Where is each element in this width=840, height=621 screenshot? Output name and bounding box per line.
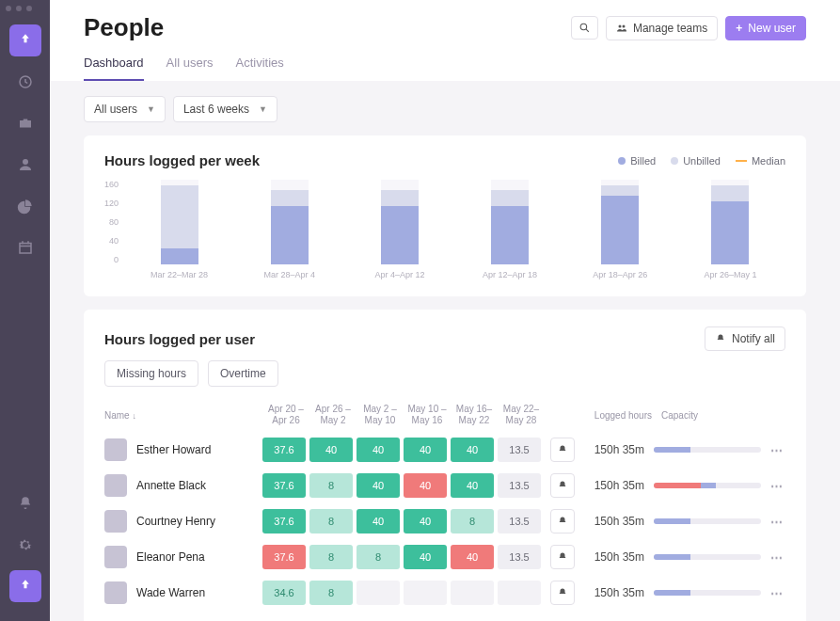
- chevron-down-icon: ▼: [147, 104, 155, 114]
- avatar: [104, 546, 127, 568]
- avatar: [104, 438, 127, 461]
- hours-cell: 37.6: [262, 438, 306, 462]
- hours-cell: 13.5: [498, 509, 541, 533]
- col-week: May 16–May 22: [451, 404, 498, 426]
- logo-upload-icon[interactable]: [9, 570, 41, 602]
- avatar: [104, 510, 127, 533]
- per-user-card: Hours logged per user Notify all Missing…: [84, 310, 806, 621]
- hours-cell: 13.5: [498, 473, 541, 498]
- chart-card: Hours logged per week Billed Unbilled Me…: [84, 135, 806, 296]
- hours-cell: 40: [357, 473, 400, 498]
- user-row: Annette Black37.6840404013.5150h 35m⋯: [104, 468, 785, 503]
- search-button[interactable]: [571, 16, 598, 40]
- hours-cell: 40: [404, 438, 447, 462]
- capacity-bar: [654, 554, 761, 560]
- hours-cell: 8: [309, 473, 353, 498]
- hours-cell: 8: [309, 509, 353, 533]
- main-area: People Manage teams +New user DashboardA…: [50, 0, 840, 621]
- hours-cell: 40: [404, 545, 447, 569]
- page-header: People Manage teams +New user DashboardA…: [50, 0, 840, 81]
- capacity-bar: [654, 590, 761, 596]
- avatar: [104, 474, 127, 497]
- user-row: Esther Howard37.64040404013.5150h 35m⋯: [104, 432, 785, 468]
- overtime-tab[interactable]: Overtime: [208, 360, 278, 387]
- notify-user-button[interactable]: [550, 473, 575, 498]
- hours-cell: 40: [404, 509, 447, 533]
- gear-icon[interactable]: [9, 529, 41, 561]
- logged-hours: 150h 35m: [575, 550, 654, 564]
- row-more-button[interactable]: ⋯: [769, 586, 785, 600]
- hours-cell: [357, 581, 400, 605]
- date-range-filter[interactable]: Last 6 weeks▼: [173, 96, 277, 122]
- user-row: Eleanor Pena37.688404013.5150h 35m⋯: [104, 539, 785, 575]
- pie-chart-icon[interactable]: [9, 190, 41, 222]
- manage-teams-button[interactable]: Manage teams: [606, 16, 718, 40]
- notify-user-button[interactable]: [550, 438, 575, 462]
- chart-legend: Billed Unbilled Median: [618, 155, 785, 167]
- hours-cell: 40: [309, 438, 353, 462]
- logo-upload-icon[interactable]: [9, 24, 41, 56]
- row-more-button[interactable]: ⋯: [769, 515, 785, 529]
- hours-cell: [498, 581, 541, 605]
- chevron-down-icon: ▼: [259, 104, 267, 114]
- col-week: May 10 –May 16: [404, 404, 451, 426]
- chart-bar: Mar 28–Apr 4: [234, 180, 344, 279]
- user-name: Esther Howard: [136, 443, 211, 456]
- new-user-button[interactable]: +New user: [725, 16, 806, 40]
- hours-cell: 8: [309, 581, 353, 605]
- svg-point-1: [23, 159, 28, 165]
- capacity-bar: [654, 483, 761, 488]
- row-more-button[interactable]: ⋯: [769, 479, 785, 493]
- user-name: Eleanor Pena: [136, 550, 205, 564]
- hours-cell: 40: [451, 438, 494, 462]
- chart-bar: Mar 22–Mar 28: [124, 180, 234, 279]
- logged-hours: 150h 35m: [575, 443, 654, 456]
- hours-cell: 40: [404, 473, 447, 498]
- bell-icon[interactable]: [9, 487, 41, 519]
- chart-bar: Apr 12–Apr 18: [455, 180, 565, 279]
- tab-activities[interactable]: Activities: [235, 56, 283, 81]
- hours-cell: 40: [451, 473, 494, 498]
- hours-cell: [404, 581, 447, 605]
- capacity-bar: [654, 518, 761, 524]
- chart-title: Hours logged per week: [104, 152, 260, 168]
- window-controls: [6, 6, 32, 11]
- missing-hours-tab[interactable]: Missing hours: [104, 360, 198, 387]
- col-logged: Logged hours: [582, 410, 661, 421]
- chart-bar: Apr 18–Apr 26: [565, 180, 675, 279]
- row-more-button[interactable]: ⋯: [769, 550, 785, 565]
- tab-all-users[interactable]: All users: [166, 56, 214, 81]
- notify-user-button[interactable]: [550, 509, 575, 533]
- clock-icon[interactable]: [9, 66, 41, 98]
- per-user-title: Hours logged per user: [104, 331, 255, 347]
- user-row: Courtney Henry37.684040813.5150h 35m⋯: [104, 503, 785, 539]
- hours-cell: 8: [451, 509, 494, 533]
- calendar-icon[interactable]: [9, 231, 41, 263]
- col-capacity: Capacity: [661, 410, 769, 421]
- col-week: May 2 –May 10: [357, 404, 404, 426]
- tab-dashboard[interactable]: Dashboard: [84, 56, 144, 81]
- logged-hours: 150h 35m: [575, 479, 654, 492]
- notify-user-button[interactable]: [550, 545, 575, 569]
- app-sidebar: [0, 0, 50, 621]
- user-filter[interactable]: All users▼: [84, 96, 166, 122]
- hours-cell: [451, 581, 494, 605]
- logged-hours: 150h 35m: [575, 586, 654, 599]
- row-more-button[interactable]: ⋯: [769, 443, 785, 457]
- notify-all-button[interactable]: Notify all: [705, 326, 785, 351]
- capacity-bar: [654, 447, 761, 453]
- hours-cell: 40: [357, 509, 400, 533]
- col-week: May 22–May 28: [498, 404, 545, 426]
- user-icon[interactable]: [9, 149, 41, 181]
- svg-point-3: [580, 24, 587, 30]
- chart-bar: Apr 26–May 1: [675, 180, 785, 279]
- hours-cell: 40: [451, 545, 494, 569]
- svg-point-5: [622, 24, 625, 27]
- logged-hours: 150h 35m: [575, 515, 654, 528]
- user-name: Wade Warren: [136, 586, 205, 599]
- hours-cell: 13.5: [498, 545, 541, 569]
- svg-point-4: [618, 24, 621, 27]
- notify-user-button[interactable]: [550, 581, 575, 605]
- briefcase-icon[interactable]: [9, 107, 41, 139]
- col-name[interactable]: Name ↓: [104, 410, 262, 421]
